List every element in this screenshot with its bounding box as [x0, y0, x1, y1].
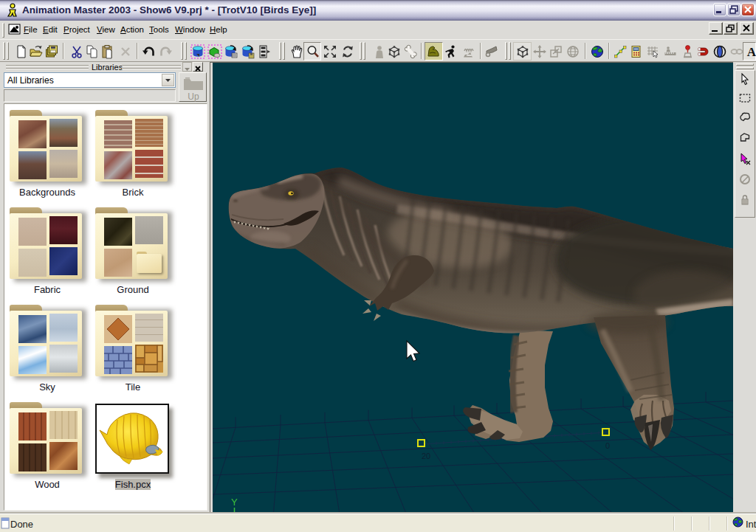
svg-text:20: 20	[422, 452, 430, 460]
svg-text:0: 0	[605, 441, 610, 450]
svg-text:Y: Y	[231, 497, 238, 508]
svg-text:A: A	[747, 45, 756, 59]
